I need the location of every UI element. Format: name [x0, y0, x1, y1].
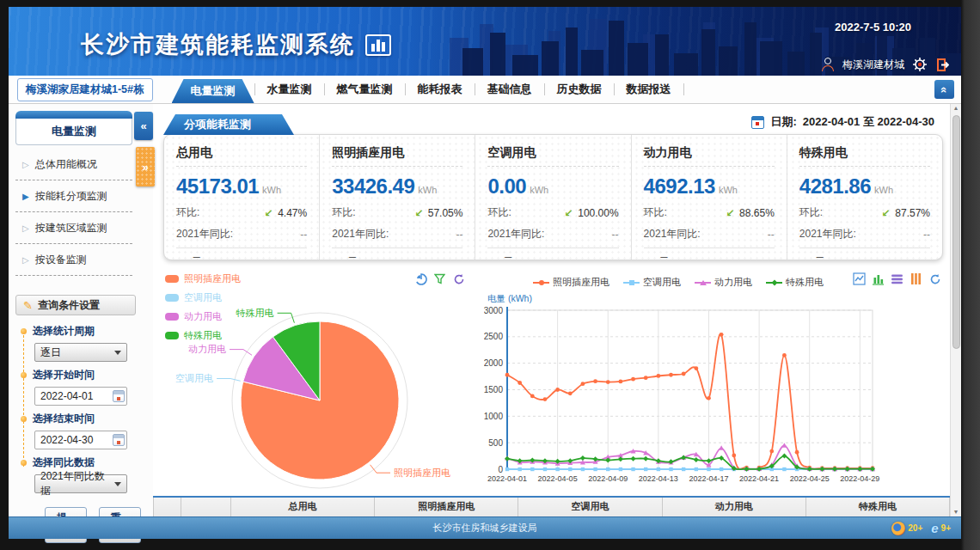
sidebar-panel-cap — [15, 111, 132, 119]
legend-item-lighting[interactable]: 照明插座用电 — [165, 272, 241, 285]
bullet-icon — [21, 416, 27, 422]
legend-item-power[interactable]: 动力用电 — [165, 310, 241, 323]
table-header-cell: 空调用电 — [518, 497, 662, 516]
date-range-value: 2022-04-01 至 2022-04-30 — [803, 114, 934, 130]
sidebar-item-by-zone[interactable]: ▷ 按建筑区域监测 — [15, 212, 132, 244]
line-chart-area: 照明插座用电 空调用电 动力用电 特殊用电 — [484, 264, 950, 491]
legend-marker — [623, 278, 640, 286]
header-datetime: 2022-7-5 10:20 — [835, 21, 911, 34]
trend-down-icon: ↘ — [882, 207, 891, 219]
svg-text:2022-04-21: 2022-04-21 — [739, 474, 779, 483]
collapse-header-button[interactable]: « — [934, 80, 954, 99]
tab-data-submit[interactable]: 数据报送 — [615, 82, 683, 97]
panel-title-tab: 分项能耗监测 — [163, 114, 294, 135]
metric-value: 4692.13 — [644, 174, 715, 199]
settings-gear-icon[interactable] — [912, 57, 928, 72]
svg-text:1500: 1500 — [484, 385, 503, 394]
date-range-row: 日期: 2022-04-01 至 2022-04-30 — [751, 114, 934, 130]
refresh-icon[interactable] — [452, 272, 465, 285]
table-header-cell: 总用电 — [231, 497, 375, 516]
tab-basic-info[interactable]: 基础信息 — [475, 82, 544, 97]
sidebar-expand-handle[interactable]: » — [136, 147, 155, 186]
legend-marker — [165, 294, 179, 302]
legend-marker — [165, 275, 179, 283]
legend-item-power[interactable]: 动力用电 — [695, 276, 752, 289]
legend-item-hvac[interactable]: 空调用电 — [623, 276, 681, 289]
field-label-start-date: 选择开始时间 — [21, 368, 141, 382]
sidebar-item-overview[interactable]: ▷ 总体用能概况 — [15, 149, 132, 180]
content-body: 电量监测 ▷ 总体用能概况 ▶ 按能耗分项监测 ▷ 按建筑区域监测 ▷ 按设备监… — [9, 104, 961, 516]
metric-value: 45173.01 — [176, 174, 259, 199]
svg-text:照明插座用电: 照明插座用电 — [394, 468, 450, 478]
svg-text:2022-04-01: 2022-04-01 — [487, 474, 527, 483]
svg-text:2022-04-17: 2022-04-17 — [689, 474, 728, 483]
stacked-bar-icon[interactable] — [910, 272, 922, 285]
sidebar-collapse-button[interactable]: « — [134, 112, 153, 140]
tab-gas[interactable]: 燃气量监测 — [325, 82, 405, 97]
app-window: 长沙市建筑能耗监测系统 2022-7-5 10:20 梅溪湖建材城 梅溪湖家居建… — [9, 7, 961, 539]
user-name: 梅溪湖建材城 — [842, 58, 904, 72]
energy-line-chart[interactable]: 0500100015002000250030002022-04-012022-0… — [484, 264, 950, 491]
tab-electricity[interactable]: 电量监测 — [172, 79, 254, 103]
logout-icon[interactable] — [935, 58, 949, 72]
calendar-icon[interactable] — [113, 390, 125, 402]
table-header-row: 总用电 照明插座用电 空调用电 动力用电 特殊用电 — [154, 497, 950, 516]
tab-water[interactable]: 水量监测 — [255, 82, 324, 97]
legend-item-lighting[interactable]: 照明插座用电 — [533, 276, 609, 289]
sidebar-item-by-category[interactable]: ▶ 按能耗分项监测 — [15, 180, 132, 212]
metric-cards-panel: 总用电 45173.01kWh 环比: ↘4.47% 2021年同比:-- --… — [163, 134, 943, 260]
chevron-down-icon — [114, 482, 121, 486]
calendar-icon[interactable] — [751, 116, 764, 129]
pie-chart-area: 照明插座用电 空调用电 动力用电 特殊用电 照明插座用电空调用电动力用电特 — [153, 264, 484, 491]
legend-marker — [533, 278, 549, 286]
field-label-yoy: 选择同比数据 — [21, 455, 141, 470]
legend-item-special[interactable]: 特殊用电 — [165, 329, 241, 342]
tab-reports[interactable]: 能耗报表 — [406, 82, 475, 97]
sidebar-item-by-device[interactable]: ▷ 按设备监测 — [15, 244, 132, 276]
card-power-electricity: 动力用电 4692.13kWh 环比: ↘88.65% 2021年同比:-- -… — [632, 135, 787, 260]
data-view-icon[interactable] — [891, 272, 903, 285]
bullet-icon — [21, 328, 27, 334]
trend-down-icon: ↘ — [565, 207, 573, 219]
vertical-scrollbar[interactable]: ▲ ▼ — [950, 104, 961, 516]
funnel-icon[interactable] — [433, 272, 446, 285]
refresh-icon[interactable] — [928, 272, 941, 285]
svg-text:2500: 2500 — [484, 332, 503, 341]
metric-value: 4281.86 — [799, 174, 871, 199]
svg-text:2000: 2000 — [484, 358, 503, 368]
calendar-icon[interactable] — [113, 434, 125, 446]
app-header: 长沙市建筑能耗监测系统 2022-7-5 10:20 梅溪湖建材城 — [9, 7, 961, 76]
legend-item-special[interactable]: 特殊用电 — [766, 276, 824, 289]
line-chart-type-icon[interactable] — [853, 272, 866, 285]
yoy-select[interactable]: 2021年同比数据 — [34, 474, 127, 493]
card-hvac-electricity: 空调用电 0.00kWh 环比: ↘100.00% 2021年同比:-- --元 — [475, 135, 631, 260]
trend-down-icon: ↘ — [726, 207, 735, 219]
legend-item-hvac[interactable]: 空调用电 — [165, 291, 241, 304]
period-select[interactable]: 逐日 — [34, 343, 127, 362]
scroll-down-arrow[interactable]: ▼ — [951, 509, 961, 515]
svg-text:电量 (kWh): 电量 (kWh) — [487, 293, 532, 303]
table-header-cell: 特殊用电 — [805, 497, 949, 516]
svg-text:特殊用电: 特殊用电 — [236, 308, 274, 318]
svg-text:2022-04-25: 2022-04-25 — [790, 474, 830, 483]
charts-section: 照明插座用电 空调用电 动力用电 特殊用电 照明插座用电空调用电动力用电特 — [153, 264, 950, 491]
line-legend: 照明插座用电 空调用电 动力用电 特殊用电 — [484, 276, 873, 289]
building-badge[interactable]: 梅溪湖家居建材城1-5#栋 — [17, 78, 153, 101]
firefox-icon — [891, 522, 905, 535]
svg-text:0: 0 — [498, 465, 503, 474]
svg-text:2022-04-29: 2022-04-29 — [840, 474, 879, 483]
scroll-up-arrow[interactable]: ▲ — [951, 105, 961, 111]
summary-table: 总用电 照明插座用电 空调用电 动力用电 特殊用电 — [153, 496, 950, 516]
svg-text:2022-04-13: 2022-04-13 — [639, 474, 678, 483]
legend-marker — [766, 278, 782, 286]
pie-legend: 照明插座用电 空调用电 动力用电 特殊用电 — [165, 272, 241, 342]
card-special-electricity: 特殊用电 4281.86kWh 环比: ↘87.57% 2021年同比:-- -… — [787, 135, 942, 260]
bar-chart-type-icon[interactable] — [872, 272, 885, 285]
tab-history[interactable]: 历史数据 — [545, 82, 614, 97]
query-form: 选择统计周期 逐日 选择开始时间 — [21, 324, 141, 543]
pie-chart-type-icon[interactable] — [414, 272, 427, 285]
bullet-icon — [21, 372, 27, 378]
ie-icon: e — [931, 521, 938, 535]
scrollbar-thumb[interactable] — [952, 115, 960, 349]
field-label-end-date: 选择结束时间 — [21, 412, 141, 426]
